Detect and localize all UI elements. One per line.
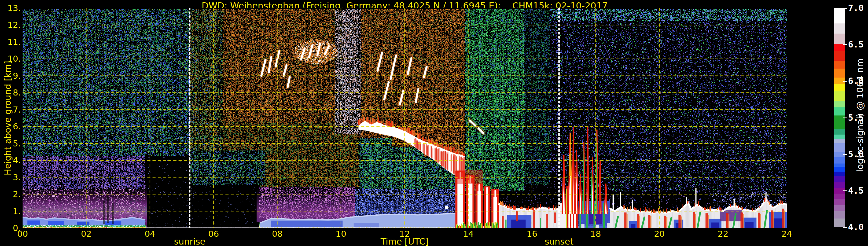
- y-tick-label: 12.: [0, 20, 21, 30]
- colorbar-tickmark: [843, 118, 847, 118]
- y-tick-label: 4.: [0, 156, 21, 165]
- sunset-annotation: sunset: [545, 237, 574, 246]
- colorbar-tick-label: 7.0: [848, 3, 864, 13]
- colorbar-tick-label: 4.5: [848, 186, 864, 196]
- colorbar-tickmark: [843, 154, 847, 155]
- y-tick-label: 13.: [0, 3, 21, 13]
- colorbar-tickmark: [843, 8, 847, 9]
- colorbar-tick-label: 4.0: [848, 222, 864, 232]
- y-tick-label: 7.: [0, 105, 21, 114]
- y-tick-label: 3.: [0, 173, 21, 182]
- y-tick-label: 6.: [0, 122, 21, 131]
- y-tick-label: 2.: [0, 190, 21, 199]
- colorbar-tickmark: [843, 227, 847, 228]
- colorbar-tickmark: [843, 44, 847, 45]
- x-axis-label: Time [UTC]: [23, 237, 787, 246]
- colorbar-tickmark: [843, 190, 847, 191]
- y-tick-label: 5.: [0, 139, 21, 148]
- y-tick-label: 9.: [0, 71, 21, 81]
- ceilometer-quicklook-figure: DWD: Weihenstephan (Freising, Germany; 4…: [0, 0, 868, 246]
- y-tick-label: 8.: [0, 88, 21, 97]
- colorbar-label: log(rc-signal) @ 1064 nm: [855, 58, 865, 172]
- y-tick-label: 11.: [0, 37, 21, 47]
- colorbar-tick-label: 6.5: [848, 40, 864, 50]
- y-tick-label: 1.: [0, 207, 21, 216]
- sunrise-annotation: sunrise: [174, 237, 206, 246]
- y-tick-label: 10.: [0, 54, 21, 63]
- heatmap-canvas: [23, 8, 787, 228]
- colorbar-tickmark: [843, 81, 847, 82]
